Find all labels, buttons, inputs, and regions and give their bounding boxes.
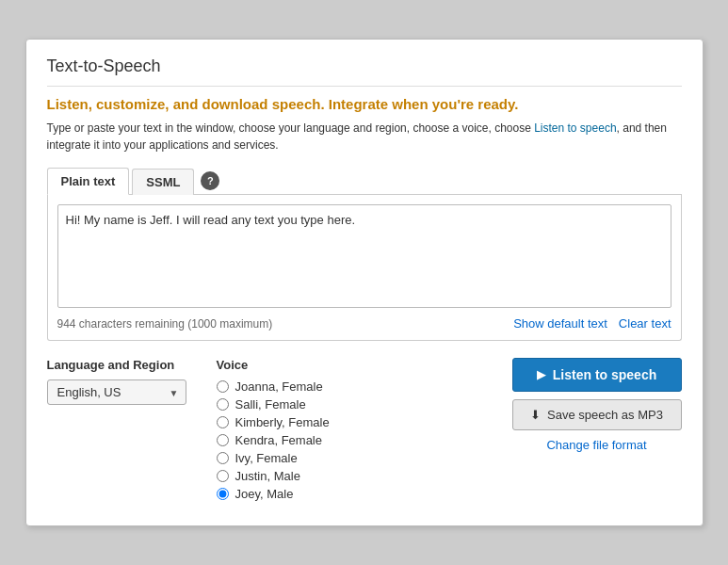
char-count: 944 characters remaining (1000 maximum) — [57, 317, 273, 331]
textarea-footer: 944 characters remaining (1000 maximum) … — [57, 316, 671, 331]
help-icon[interactable]: ? — [201, 171, 219, 190]
voice-radio-salli[interactable] — [217, 398, 229, 411]
clear-text-link[interactable]: Clear text — [619, 316, 671, 331]
listen-to-speech-link[interactable]: Listen to speech — [534, 121, 616, 135]
listen-to-speech-button[interactable]: ▶ Listen to speech — [512, 358, 682, 392]
voice-option-kimberly[interactable]: Kimberly, Female — [217, 415, 493, 429]
play-icon: ▶ — [537, 368, 545, 381]
change-file-format-link[interactable]: Change file format — [546, 438, 646, 452]
save-speech-button[interactable]: ⬇ Save speech as MP3 — [512, 399, 682, 430]
language-select-wrapper: English, US English, UK Spanish, US Fren… — [47, 379, 186, 405]
description: Type or paste your text in the window, c… — [47, 120, 682, 153]
text-actions: Show default text Clear text — [513, 316, 671, 331]
voice-radio-kendra[interactable] — [217, 434, 229, 446]
language-select[interactable]: English, US English, UK Spanish, US Fren… — [47, 379, 186, 405]
description-text-1: Type or paste your text in the window, c… — [47, 121, 535, 135]
tab-plain-text[interactable]: Plain text — [47, 168, 130, 195]
voice-option-joey[interactable]: Joey, Male — [217, 487, 493, 501]
page-title: Text-to-Speech — [47, 56, 682, 87]
language-region-label: Language and Region — [47, 358, 198, 372]
show-default-text-link[interactable]: Show default text — [513, 316, 607, 331]
tab-ssml[interactable]: SSML — [132, 169, 194, 195]
voice-radio-joey[interactable] — [217, 488, 229, 500]
voice-option-salli[interactable]: Salli, Female — [217, 397, 493, 412]
voice-radio-kimberly[interactable] — [217, 416, 229, 428]
main-panel: Text-to-Speech Listen, customize, and do… — [25, 39, 704, 526]
voice-section: Voice Joanna, Female Salli, Female Kimbe… — [217, 358, 493, 505]
voice-option-justin[interactable]: Justin, Male — [217, 469, 493, 483]
action-section: ▶ Listen to speech ⬇ Save speech as MP3 … — [512, 358, 682, 505]
bottom-section: Language and Region English, US English,… — [47, 358, 682, 505]
voice-radio-joanna[interactable] — [217, 380, 229, 393]
voice-option-ivy[interactable]: Ivy, Female — [217, 451, 493, 465]
text-input-container: Hi! My name is Jeff. I will read any tex… — [47, 195, 682, 341]
voice-radio-justin[interactable] — [217, 470, 229, 482]
language-region-section: Language and Region English, US English,… — [47, 358, 198, 505]
voice-option-joanna[interactable]: Joanna, Female — [217, 379, 493, 394]
download-icon: ⬇ — [530, 408, 541, 422]
voice-list: Joanna, Female Salli, Female Kimberly, F… — [217, 379, 493, 501]
voice-option-kendra[interactable]: Kendra, Female — [217, 433, 493, 447]
voice-label: Voice — [217, 358, 493, 372]
text-input[interactable]: Hi! My name is Jeff. I will read any tex… — [57, 204, 671, 308]
tab-bar: Plain text SSML ? — [47, 167, 682, 195]
voice-radio-ivy[interactable] — [217, 452, 229, 464]
tagline: Listen, customize, and download speech. … — [47, 96, 682, 112]
